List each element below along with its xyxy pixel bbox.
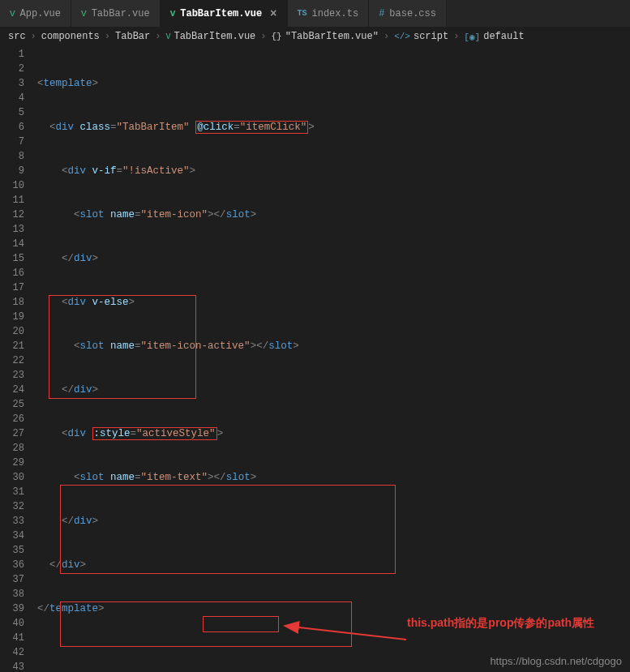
tab-tabbar-vue[interactable]: V TabBar.vue <box>71 0 161 27</box>
chevron-right-icon: › <box>155 31 161 42</box>
chevron-right-icon: › <box>105 31 110 42</box>
editor-tabs: V App.vue V TabBar.vue V TabBarItem.vue … <box>0 0 630 28</box>
breadcrumb-item[interactable]: components <box>41 31 100 42</box>
chevron-right-icon: › <box>384 31 389 42</box>
ts-icon: TS <box>298 9 307 18</box>
tab-index-ts[interactable]: TS index.ts <box>288 0 370 27</box>
brace-icon: {} <box>272 32 282 41</box>
watermark: https://blog.csdn.net/cdgogo <box>490 655 622 667</box>
chevron-right-icon: › <box>31 31 36 42</box>
vue-icon: V <box>10 9 15 19</box>
arrow-icon <box>281 619 410 644</box>
line-gutter: 1234567891011121314151617181920212223242… <box>0 45 37 672</box>
close-icon[interactable]: × <box>270 7 276 20</box>
breadcrumb-file[interactable]: TabBarItem.vue <box>174 31 255 42</box>
breadcrumb-scope[interactable]: script <box>414 31 448 42</box>
symbol-icon: [◉] <box>464 32 480 42</box>
breadcrumb: src › components › TabBar › V TabBarItem… <box>0 28 630 45</box>
tab-app-vue[interactable]: V App.vue <box>0 0 71 27</box>
tab-label: App.vue <box>20 8 61 19</box>
highlight-box-thispath <box>203 616 279 632</box>
code-area[interactable]: <template> <div class="TabBarItem" @clic… <box>37 45 630 672</box>
vue-icon: V <box>81 9 87 19</box>
editor: 1234567891011121314151617181920212223242… <box>0 45 630 672</box>
chevron-right-icon: › <box>453 31 459 42</box>
chevron-right-icon: › <box>260 31 266 42</box>
css-icon: # <box>379 8 384 19</box>
symbol-icon: </> <box>394 32 410 41</box>
annotation-text: this.path指的是prop传参的path属性 <box>407 616 594 631</box>
tab-label: index.ts <box>312 8 359 19</box>
breadcrumb-item[interactable]: src <box>8 31 26 42</box>
svg-line-1 <box>285 626 406 640</box>
tab-label: TabBar.vue <box>92 8 150 19</box>
breadcrumb-item[interactable]: TabBar <box>115 31 150 42</box>
tab-base-css[interactable]: # base.css <box>369 0 447 27</box>
vue-icon: V <box>165 32 170 41</box>
vue-icon: V <box>170 9 176 19</box>
tab-label: TabBarItem.vue <box>180 8 262 19</box>
tab-tabbaritem-vue[interactable]: V TabBarItem.vue × <box>161 0 288 27</box>
breadcrumb-scope[interactable]: "TabBarItem.vue" <box>285 31 379 42</box>
breadcrumb-scope[interactable]: default <box>483 31 524 42</box>
tab-label: base.css <box>389 8 436 19</box>
